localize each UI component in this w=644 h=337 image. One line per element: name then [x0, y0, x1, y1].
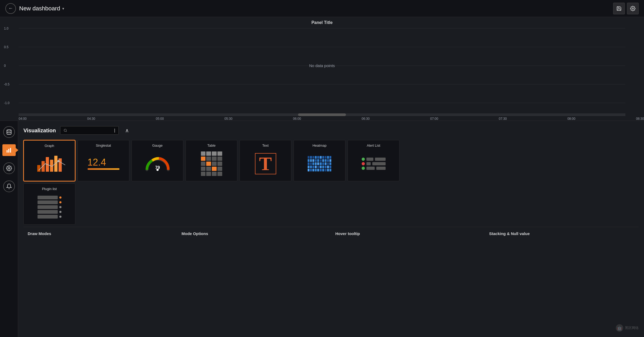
topbar-right — [613, 3, 639, 14]
viz-card-gauge[interactable]: Gauge 79 — [131, 140, 183, 181]
singlestat-bar — [88, 168, 119, 170]
viz-card-table[interactable]: Table — [185, 140, 237, 181]
viz-card-text[interactable]: Text T — [240, 140, 291, 181]
search-box[interactable]: | — [60, 126, 119, 135]
no-data-message: No data points — [309, 63, 335, 68]
alert-list-icon-area — [362, 150, 386, 178]
viz-grid-row2: Plugin list — [23, 183, 639, 225]
svg-point-1 — [7, 130, 11, 131]
viz-card-table-label: Table — [207, 143, 216, 147]
svg-rect-2 — [6, 150, 7, 153]
plugin-list-icon-area — [38, 193, 61, 221]
sidebar-item-alerts[interactable] — [3, 180, 15, 192]
gauge-icon: 79 — [144, 155, 171, 172]
x-label-4: 06:00 — [293, 117, 301, 121]
table-icon-area — [201, 150, 222, 178]
settings-icon — [6, 165, 12, 171]
section-stacking-null: Stacking & Null value — [485, 231, 639, 236]
svg-rect-4 — [10, 148, 11, 153]
svg-point-5 — [8, 167, 10, 169]
watermark-text: 黑区网络 — [625, 326, 639, 330]
text-icon-area: T — [255, 150, 276, 178]
viz-card-graph-label: Graph — [44, 144, 54, 148]
chart-bar-icon — [6, 147, 12, 153]
topbar: ← New dashboard ▾ — [0, 0, 644, 17]
x-label-6: 07:00 — [430, 117, 438, 121]
x-label-3: 05:30 — [224, 117, 232, 121]
main-content: Visualization | ∧ Graph — [18, 121, 644, 337]
dashboard-name: New dashboard — [19, 5, 60, 12]
x-label-8: 08:00 — [567, 117, 575, 121]
viz-card-alert-list-label: Alert List — [367, 143, 380, 147]
viz-card-plugin-list[interactable]: Plugin list — [23, 183, 75, 225]
y-label-5: -1.0 — [4, 101, 10, 105]
scrollbar-thumb[interactable] — [298, 113, 346, 116]
sidebar — [0, 121, 18, 337]
graph-icon-area — [37, 150, 62, 178]
cursor-indicator: | — [114, 128, 115, 133]
viz-card-alert-list[interactable]: Alert List — [348, 140, 399, 181]
svg-point-8 — [57, 160, 60, 162]
viz-card-gauge-label: Gauge — [152, 143, 163, 147]
svg-line-7 — [66, 131, 67, 132]
database-icon — [6, 129, 12, 135]
gear-icon — [630, 6, 635, 11]
panel-title: Panel Title — [0, 17, 644, 28]
x-axis: 04:00 04:30 05:00 05:30 06:00 06:30 07:0… — [19, 116, 644, 121]
viz-card-singlestat[interactable]: Singlestat 12.4 — [77, 140, 129, 181]
heatmap-icon — [308, 156, 332, 171]
collapse-button[interactable]: ∧ — [123, 126, 131, 135]
y-label-4: -0.5 — [4, 83, 10, 86]
back-button[interactable]: ← — [5, 3, 16, 14]
svg-text:79: 79 — [155, 165, 160, 170]
viz-grid: Graph — [23, 140, 639, 181]
x-label-7: 07:30 — [499, 117, 507, 121]
x-label-9: 08:30 — [636, 117, 644, 121]
chart-area: Panel Title 1.0 0.5 0 -0.5 -1.0 No data … — [0, 17, 644, 121]
plugin-list-icon — [38, 196, 61, 219]
heatmap-icon-area — [308, 150, 332, 178]
section-mode-options: Mode Options — [177, 231, 331, 236]
watermark: 🤖 黑区网络 — [616, 324, 639, 332]
search-icon — [64, 128, 67, 133]
sidebar-item-visualization[interactable] — [2, 144, 16, 156]
back-icon: ← — [8, 6, 13, 11]
viz-title: Visualization — [23, 128, 56, 134]
search-input[interactable] — [69, 128, 112, 133]
y-label-1: 1.0 — [4, 27, 9, 30]
table-icon — [201, 151, 222, 176]
y-label-3: 0 — [4, 64, 6, 68]
svg-point-0 — [632, 8, 634, 9]
viz-card-heatmap-label: Heatmap — [312, 143, 327, 147]
x-label-5: 06:30 — [362, 117, 370, 121]
svg-rect-3 — [8, 149, 9, 153]
dropdown-caret-icon: ▾ — [62, 6, 64, 11]
x-label-2: 05:00 — [156, 117, 164, 121]
save-button[interactable] — [613, 3, 625, 14]
alert-list-icon — [362, 158, 386, 170]
y-label-2: 0.5 — [4, 45, 9, 49]
singlestat-icon-area: 12.4 — [88, 150, 119, 178]
x-label-1: 04:30 — [87, 117, 95, 121]
bell-icon — [6, 183, 12, 189]
gauge-icon-area: 79 — [144, 150, 171, 178]
save-icon — [616, 6, 622, 11]
chart-inner: 1.0 0.5 0 -0.5 -1.0 No data points — [19, 28, 625, 103]
text-letter-icon: T — [255, 153, 276, 174]
sidebar-item-database[interactable] — [3, 126, 15, 138]
watermark-icon: 🤖 — [616, 324, 623, 332]
scrollbar-track[interactable] — [19, 113, 625, 116]
topbar-left: ← New dashboard ▾ — [5, 3, 64, 14]
x-label-0: 04:00 — [19, 117, 27, 121]
viz-card-plugin-list-label: Plugin list — [42, 187, 57, 191]
viz-card-singlestat-label: Singlestat — [96, 143, 111, 147]
section-draw-modes: Draw Modes — [23, 231, 177, 236]
dashboard-title[interactable]: New dashboard ▾ — [19, 5, 64, 12]
singlestat-value: 12.4 — [88, 158, 119, 167]
settings-button[interactable] — [627, 3, 639, 14]
viz-card-heatmap[interactable]: Heatmap — [294, 140, 345, 181]
sidebar-item-settings[interactable] — [3, 162, 15, 174]
viz-card-graph[interactable]: Graph — [23, 140, 75, 181]
viz-header: Visualization | ∧ — [23, 126, 639, 135]
svg-point-6 — [64, 129, 67, 131]
